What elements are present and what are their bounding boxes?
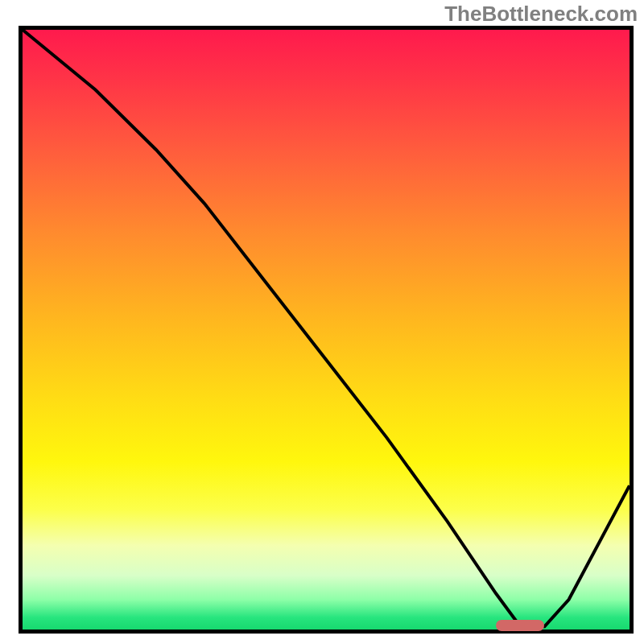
watermark-text: TheBottleneck.com: [444, 2, 638, 27]
plot-area: [19, 26, 634, 634]
curve-svg: [23, 30, 630, 630]
optimal-range-marker: [496, 620, 544, 631]
bottleneck-curve-path: [23, 30, 630, 626]
chart-container: TheBottleneck.com: [0, 0, 644, 644]
